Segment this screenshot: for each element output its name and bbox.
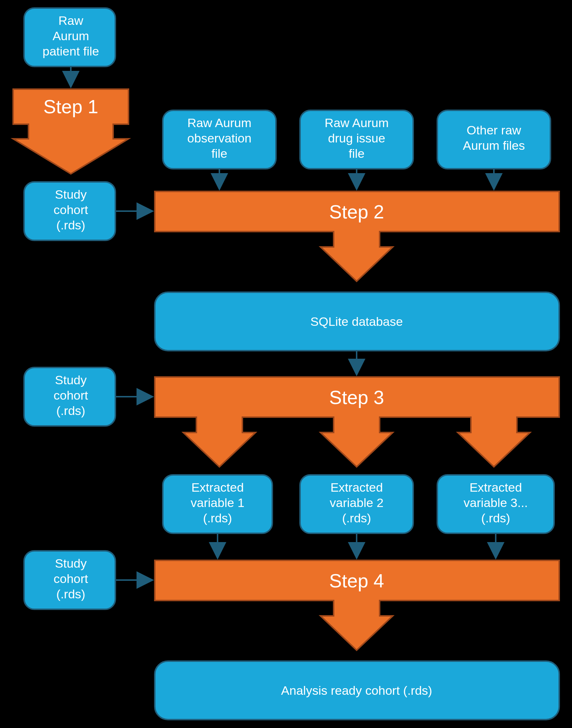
rawdrug-l3: file: [349, 146, 364, 160]
ev1-l2: variable 1: [191, 496, 244, 510]
analysis-ready-label: Analysis ready cohort (.rds): [281, 683, 432, 697]
ev3-l1: Extracted: [469, 480, 522, 494]
sc3-l2: cohort: [54, 572, 88, 586]
flowchart: Raw Aurum patient file Step 1 Study coho…: [0, 0, 572, 728]
raw-patient-l3: patient file: [43, 44, 99, 58]
rawobs-l1: Raw Aurum: [187, 116, 252, 130]
ev3-l3: (.rds): [481, 511, 510, 525]
step3-label: Step 3: [329, 387, 384, 408]
step1-label: Step 1: [43, 96, 98, 117]
sc3-l3: (.rds): [56, 587, 85, 601]
step2-label: Step 2: [329, 201, 384, 222]
raw-patient-l2: Aurum: [53, 29, 89, 43]
ev2-l3: (.rds): [342, 511, 371, 525]
sc1-l1: Study: [55, 187, 87, 201]
sc1-l3: (.rds): [56, 218, 85, 232]
rawdrug-l2: drug issue: [328, 131, 385, 145]
raw-patient-l1: Raw: [58, 14, 83, 27]
rawdrug-l1: Raw Aurum: [325, 116, 389, 130]
ev3-l2: variable 3...: [464, 496, 528, 510]
rawobs-l3: file: [211, 146, 227, 160]
step4-label: Step 4: [329, 570, 384, 591]
sc2-l2: cohort: [54, 388, 88, 402]
rawother-l1: Other raw: [467, 123, 521, 137]
rawobs-l2: observation: [187, 131, 252, 145]
ev2-l1: Extracted: [330, 480, 383, 494]
sc1-l2: cohort: [54, 203, 88, 217]
rawother-l2: Aurum files: [463, 138, 525, 152]
sc2-l3: (.rds): [56, 404, 85, 418]
sqlite-label: SQLite database: [310, 315, 403, 328]
ev1-l1: Extracted: [191, 480, 244, 494]
ev1-l3: (.rds): [203, 511, 232, 525]
sc3-l1: Study: [55, 556, 87, 570]
ev2-l2: variable 2: [330, 496, 383, 510]
sc2-l1: Study: [55, 373, 87, 387]
